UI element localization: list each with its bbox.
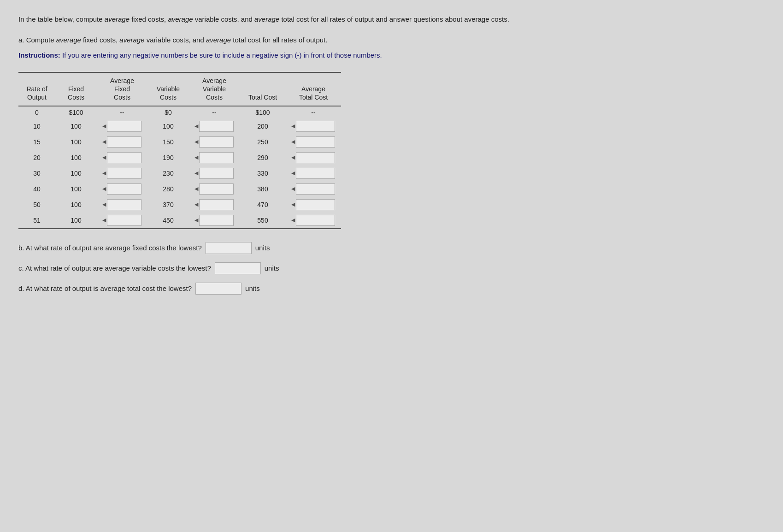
cell-avg-fixed[interactable]: ◀ — [97, 134, 147, 150]
avg-total-input[interactable] — [296, 199, 335, 210]
cell-avg-variable[interactable]: ◀ — [189, 181, 240, 197]
avg-fixed-input[interactable] — [107, 199, 141, 210]
avg-variable-input[interactable] — [199, 121, 234, 132]
avg-variable-input[interactable] — [199, 215, 234, 226]
avg-variable-input[interactable] — [199, 152, 234, 163]
arrow-icon: ◀ — [291, 170, 295, 176]
cell-avg-fixed: -- — [97, 106, 147, 118]
question-c-units: units — [265, 264, 279, 272]
table-row: 15100◀150◀250◀ — [18, 134, 341, 150]
cell-avg-fixed[interactable]: ◀ — [97, 181, 147, 197]
cell-avg-total[interactable]: ◀ — [286, 134, 341, 150]
cell-fixed: $100 — [55, 106, 97, 118]
arrow-icon: ◀ — [291, 217, 295, 223]
avg-variable-input[interactable] — [199, 136, 234, 148]
cell-rate: 51 — [18, 213, 55, 229]
arrow-icon: ◀ — [194, 186, 198, 192]
cell-total: 470 — [240, 197, 286, 213]
cell-variable: 370 — [147, 197, 189, 213]
arrow-icon: ◀ — [194, 154, 198, 160]
cell-total: 330 — [240, 166, 286, 181]
cell-total: 380 — [240, 181, 286, 197]
cell-avg-variable[interactable]: ◀ — [189, 213, 240, 229]
question-d-text: d. At what rate of output is average tot… — [18, 284, 192, 292]
arrow-icon: ◀ — [194, 139, 198, 145]
arrow-icon: ◀ — [291, 186, 295, 192]
cell-avg-fixed[interactable]: ◀ — [97, 150, 147, 166]
arrow-icon: ◀ — [291, 139, 295, 145]
avg-variable-input[interactable] — [199, 168, 234, 179]
cell-avg-fixed[interactable]: ◀ — [97, 213, 147, 229]
cell-avg-variable[interactable]: ◀ — [189, 134, 240, 150]
instructions-text: Instructions: If you are entering any ne… — [18, 51, 765, 59]
table-row: 50100◀370◀470◀ — [18, 197, 341, 213]
cell-avg-variable[interactable]: ◀ — [189, 166, 240, 181]
cell-avg-total[interactable]: ◀ — [286, 150, 341, 166]
cell-total: $100 — [240, 106, 286, 118]
header-total-cost: Total Cost — [240, 72, 286, 106]
avg-total-input[interactable] — [296, 168, 335, 179]
question-c-text: c. At what rate of output are average va… — [18, 264, 211, 272]
question-d-units: units — [245, 284, 260, 292]
cell-total: 200 — [240, 118, 286, 134]
cell-fixed: 100 — [55, 118, 97, 134]
cell-variable: 100 — [147, 118, 189, 134]
header-avg-fixed-costs: AverageFixedCosts — [97, 72, 147, 106]
header-avg-variable-costs: AverageVariableCosts — [189, 72, 240, 106]
cell-rate: 30 — [18, 166, 55, 181]
cell-avg-fixed[interactable]: ◀ — [97, 197, 147, 213]
header-fixed-costs: FixedCosts — [55, 72, 97, 106]
arrow-icon: ◀ — [291, 123, 295, 129]
cell-avg-total[interactable]: ◀ — [286, 118, 341, 134]
avg-total-input[interactable] — [296, 215, 335, 226]
avg-total-input[interactable] — [296, 121, 335, 132]
table-row: 0$100--$0--$100-- — [18, 106, 341, 118]
cell-variable: 450 — [147, 213, 189, 229]
avg-total-input[interactable] — [296, 183, 335, 195]
cell-avg-fixed[interactable]: ◀ — [97, 166, 147, 181]
cell-fixed: 100 — [55, 134, 97, 150]
question-c-input[interactable] — [215, 262, 261, 274]
cell-avg-variable[interactable]: ◀ — [189, 118, 240, 134]
arrow-icon: ◀ — [102, 201, 106, 207]
cell-rate: 50 — [18, 197, 55, 213]
intro-paragraph: In the table below, compute average fixe… — [18, 14, 710, 25]
cell-rate: 0 — [18, 106, 55, 118]
cell-avg-fixed[interactable]: ◀ — [97, 118, 147, 134]
cell-total: 250 — [240, 134, 286, 150]
avg-fixed-input[interactable] — [107, 215, 141, 226]
header-avg-total-cost: AverageTotal Cost — [286, 72, 341, 106]
arrow-icon: ◀ — [102, 154, 106, 160]
cell-fixed: 100 — [55, 150, 97, 166]
avg-fixed-input[interactable] — [107, 152, 141, 163]
cell-variable: $0 — [147, 106, 189, 118]
avg-variable-input[interactable] — [199, 199, 234, 210]
cell-avg-total[interactable]: ◀ — [286, 213, 341, 229]
cell-avg-variable[interactable]: ◀ — [189, 197, 240, 213]
arrow-icon: ◀ — [102, 139, 106, 145]
avg-fixed-input[interactable] — [107, 183, 141, 195]
avg-fixed-input[interactable] — [107, 136, 141, 148]
cell-avg-variable[interactable]: ◀ — [189, 150, 240, 166]
avg-variable-input[interactable] — [199, 183, 234, 195]
arrow-icon: ◀ — [194, 217, 198, 223]
arrow-icon: ◀ — [291, 201, 295, 207]
avg-fixed-input[interactable] — [107, 168, 141, 179]
arrow-icon: ◀ — [102, 170, 106, 176]
arrow-icon: ◀ — [102, 123, 106, 129]
avg-total-input[interactable] — [296, 152, 335, 163]
table-row: 10100◀100◀200◀ — [18, 118, 341, 134]
header-variable-costs: VariableCosts — [147, 72, 189, 106]
arrow-icon: ◀ — [102, 217, 106, 223]
cell-avg-total[interactable]: ◀ — [286, 197, 341, 213]
question-d-input[interactable] — [195, 283, 241, 295]
avg-fixed-input[interactable] — [107, 121, 141, 132]
section-a-label: a. Compute average fixed costs, average … — [18, 36, 765, 44]
cell-avg-total[interactable]: ◀ — [286, 181, 341, 197]
table-row: 51100◀450◀550◀ — [18, 213, 341, 229]
cell-avg-total[interactable]: ◀ — [286, 166, 341, 181]
cell-fixed: 100 — [55, 166, 97, 181]
avg-total-input[interactable] — [296, 136, 335, 148]
question-b-input[interactable] — [206, 242, 252, 254]
question-b-row: b. At what rate of output are average fi… — [18, 242, 765, 254]
